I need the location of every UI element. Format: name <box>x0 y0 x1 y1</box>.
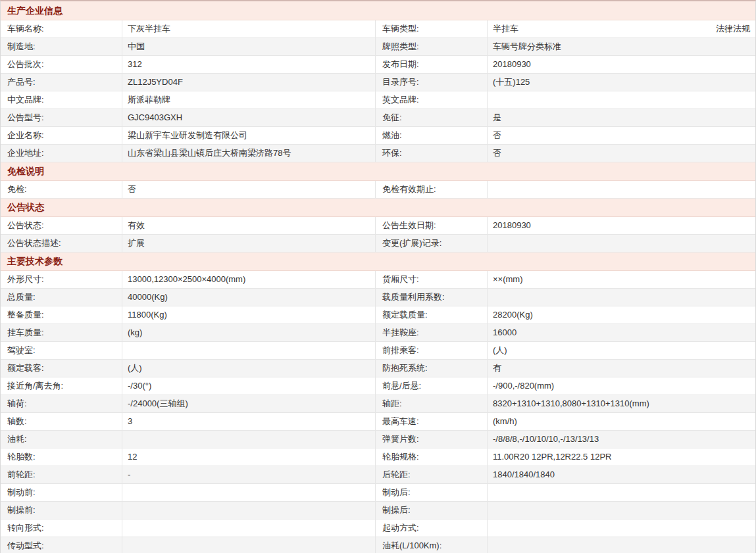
field-label: 中文品牌: <box>1 91 122 108</box>
table-row: 中文品牌:斯派菲勒牌英文品牌: <box>1 91 755 109</box>
field-label: 前排乘客: <box>376 342 488 359</box>
field-value-text: (人) <box>493 342 507 359</box>
field-value: 斯派菲勒牌 <box>122 91 376 108</box>
field-label: 车辆名称: <box>1 20 122 37</box>
field-value-text: -/900,-/820(mm) <box>493 377 554 395</box>
field-value <box>122 537 376 553</box>
field-value-text: 11.00R20 12PR,12R22.5 12PR <box>493 448 611 466</box>
field-value: 半挂车法律法规 <box>488 20 755 37</box>
field-label: 企业名称: <box>1 127 122 144</box>
field-value <box>122 484 376 501</box>
field-value: 12 <box>122 448 376 466</box>
field-label: 前轮距: <box>1 466 122 483</box>
field-value: 下灰半挂车 <box>122 20 376 37</box>
field-value-text: 28200(Kg) <box>493 306 533 324</box>
field-value: 20180930 <box>488 217 755 234</box>
field-label: 半挂鞍座: <box>376 324 488 341</box>
field-value-text: 20180930 <box>493 217 531 234</box>
field-value: (kg) <box>122 324 376 341</box>
table-row: 总质量:40000(Kg)载质量利用系数: <box>1 289 755 306</box>
field-label: 载质量利用系数: <box>376 289 488 306</box>
legal-regulations-link[interactable]: 法律法规 <box>716 20 750 37</box>
field-value: 3 <box>122 413 376 430</box>
field-value: -/8/8/8,-/10/10/10,-/13/13/13 <box>488 431 755 448</box>
section-header: 主要技术参数 <box>1 252 755 271</box>
field-label: 牌照类型: <box>376 38 488 55</box>
vehicle-info-table: 生产企业信息车辆名称:下灰半挂车车辆类型:半挂车法律法规制造地:中国牌照类型:车… <box>0 0 756 553</box>
field-value: 11.00R20 12PR,12R22.5 12PR <box>488 448 755 466</box>
field-label: 外形尺寸: <box>1 271 122 288</box>
field-label: 轮胎规格: <box>376 448 488 466</box>
field-label: 轮胎数: <box>1 448 122 466</box>
field-label: 总质量: <box>1 289 122 306</box>
field-value: 中国 <box>122 38 376 55</box>
field-label: 英文品牌: <box>376 91 488 108</box>
table-row: 企业地址:山东省梁山县梁山镇后庄大桥南梁济路78号环保:否 <box>1 145 755 162</box>
field-value: 否 <box>122 181 376 198</box>
field-label: 油耗: <box>1 431 122 448</box>
table-row: 接近角/离去角:-/30(°)前悬/后悬:-/900,-/820(mm) <box>1 377 755 395</box>
field-value: -/24000(三轴组) <box>122 395 376 412</box>
field-value-text: 有 <box>493 360 501 377</box>
field-label: 目录序号: <box>376 74 488 91</box>
field-value <box>488 289 755 306</box>
field-value: 是 <box>488 109 755 126</box>
field-label: 接近角/离去角: <box>1 377 122 395</box>
field-value <box>488 235 755 252</box>
field-value <box>488 502 755 519</box>
table-row: 轴数:3最高车速:(km/h) <box>1 413 755 431</box>
table-row: 外形尺寸:13000,12300×2500×4000(mm)货厢尺寸:××(mm… <box>1 271 755 289</box>
field-value: -/30(°) <box>122 377 376 395</box>
field-label: 货厢尺寸: <box>376 271 488 288</box>
field-value: -/900,-/820(mm) <box>488 377 755 395</box>
field-value: 1840/1840/1840 <box>488 466 755 483</box>
field-value: 山东省梁山县梁山镇后庄大桥南梁济路78号 <box>122 145 376 162</box>
field-value: (十五)125 <box>488 74 755 91</box>
field-value <box>122 502 376 519</box>
field-label: 制操前: <box>1 502 122 519</box>
field-value: - <box>122 466 376 483</box>
field-value <box>488 91 755 108</box>
table-row: 公告批次:312发布日期:20180930 <box>1 56 755 74</box>
field-value-text: -/8/8/8,-/10/10/10,-/13/13/13 <box>493 431 599 448</box>
field-value: 312 <box>122 56 376 73</box>
table-row: 产品号:ZL12J5YD04F目录序号:(十五)125 <box>1 74 755 91</box>
section-header: 生产企业信息 <box>1 1 755 20</box>
table-row: 车辆名称:下灰半挂车车辆类型:半挂车法律法规 <box>1 20 755 38</box>
field-value-text: 否 <box>493 145 501 162</box>
field-value: 28200(Kg) <box>488 306 755 324</box>
field-value <box>488 484 755 501</box>
field-label: 防抱死系统: <box>376 360 488 377</box>
field-label: 燃油: <box>376 127 488 144</box>
field-value <box>122 431 376 448</box>
table-row: 转向形式:起动方式: <box>1 519 755 537</box>
field-label: 免检有效期止: <box>376 181 488 198</box>
field-value: 13000,12300×2500×4000(mm) <box>122 271 376 288</box>
field-label: 车辆类型: <box>376 20 488 37</box>
field-value: 否 <box>488 145 755 162</box>
field-label: 额定载质量: <box>376 306 488 324</box>
field-label: 企业地址: <box>1 145 122 162</box>
field-label: 额定载客: <box>1 360 122 377</box>
field-label: 免检: <box>1 181 122 198</box>
table-row: 制动前:制动后: <box>1 484 755 502</box>
table-row: 企业名称:梁山新宇车业研发制造有限公司燃油:否 <box>1 127 755 145</box>
field-value: 8320+1310+1310,8080+1310+1310(mm) <box>488 395 755 412</box>
table-row: 免检:否免检有效期止: <box>1 181 755 199</box>
table-row: 额定载客:(人)防抱死系统:有 <box>1 360 755 377</box>
field-value: 车辆号牌分类标准 <box>488 38 755 55</box>
field-value: 有效 <box>122 217 376 234</box>
field-label: 公告批次: <box>1 56 122 73</box>
field-value-text: 8320+1310+1310,8080+1310+1310(mm) <box>493 395 649 412</box>
field-label: 挂车质量: <box>1 324 122 341</box>
field-label: 传动型式: <box>1 537 122 553</box>
field-label: 公告状态描述: <box>1 235 122 252</box>
field-label: 制操后: <box>376 502 488 519</box>
field-label: 起动方式: <box>376 519 488 537</box>
field-value <box>122 342 376 359</box>
table-row: 公告状态描述:扩展变更(扩展)记录: <box>1 235 755 252</box>
table-row: 轮胎数:12轮胎规格:11.00R20 12PR,12R22.5 12PR <box>1 448 755 466</box>
field-value: 16000 <box>488 324 755 341</box>
field-label: 弹簧片数: <box>376 431 488 448</box>
field-value: ××(mm) <box>488 271 755 288</box>
